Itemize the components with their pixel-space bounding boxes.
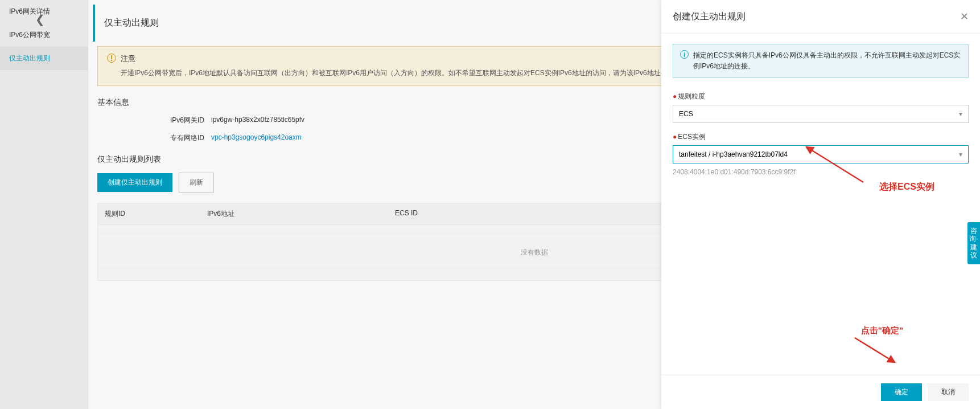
gateway-id-value: ipv6gw-hp38x2x0fz785tlc65pfv — [211, 116, 304, 125]
create-rule-button[interactable]: 创建仅主动出规则 — [97, 173, 172, 192]
close-icon[interactable]: ✕ — [960, 10, 969, 23]
granularity-label-text: 规则粒度 — [678, 92, 705, 100]
annotation-click-ok: 点击"确定" — [861, 325, 903, 336]
create-rule-drawer: 创建仅主动出规则 ✕ i 指定的ECS实例将只具备IPv6公网仅具备主动出的权限… — [661, 0, 980, 409]
annotation-select-ecs: 选择ECS实例 — [879, 181, 934, 193]
chevron-down-icon: ▾ — [959, 110, 962, 118]
feedback-tab[interactable]: 咨询·建议 — [967, 222, 980, 264]
sidebar-item-bandwidth[interactable]: IPv6公网带宽 — [0, 23, 88, 47]
drawer-title: 创建仅主动出规则 — [673, 11, 746, 23]
annotation-arrow-ok — [849, 335, 900, 366]
info-icon: i — [680, 50, 689, 59]
drawer-info: i 指定的ECS实例将只具备IPv6公网仅具备主动出的权限，不允许互联网主动发起… — [673, 44, 969, 78]
svg-line-1 — [855, 338, 895, 362]
granularity-label: ●规则粒度 — [673, 92, 969, 101]
instance-select[interactable]: tanfeitest / i-hp3aehvan9212tb07ld4 ▾ — [673, 145, 969, 163]
refresh-button[interactable]: 刷新 — [179, 173, 214, 193]
sidebar: ❮ IPv6网关详情 IPv6公网带宽 仅主动出规则 — [0, 0, 88, 409]
col-ipv6: IPv6地址 — [207, 209, 395, 219]
granularity-value: ECS — [679, 110, 693, 118]
vpc-id-label: 专有网络ID — [97, 133, 211, 143]
cancel-button[interactable]: 取消 — [928, 383, 969, 401]
drawer-info-text: 指定的ECS实例将只具备IPv6公网仅具备主动出的权限，不允许互联网主动发起对E… — [693, 50, 961, 72]
ipv6-helper: 2408:4004:1e0:d01:490d:7903:6cc9:9f2f — [673, 168, 969, 176]
instance-label-text: ECS实例 — [678, 133, 706, 141]
ok-button[interactable]: 确定 — [881, 383, 922, 401]
back-arrow[interactable]: ❮ — [35, 13, 45, 26]
warning-icon: ! — [107, 54, 116, 63]
sidebar-item-egress-rules[interactable]: 仅主动出规则 — [0, 47, 88, 70]
instance-label: ●ECS实例 — [673, 132, 969, 142]
gateway-id-label: IPv6网关ID — [97, 116, 211, 125]
granularity-select[interactable]: ECS ▾ — [673, 105, 969, 123]
chevron-down-icon: ▾ — [959, 150, 962, 158]
col-rule-id: 规则ID — [105, 209, 207, 219]
instance-value: tanfeitest / i-hp3aehvan9212tb07ld4 — [679, 150, 788, 158]
vpc-id-link[interactable]: vpc-hp3gsogoyc6pigs42oaxm — [211, 133, 302, 143]
